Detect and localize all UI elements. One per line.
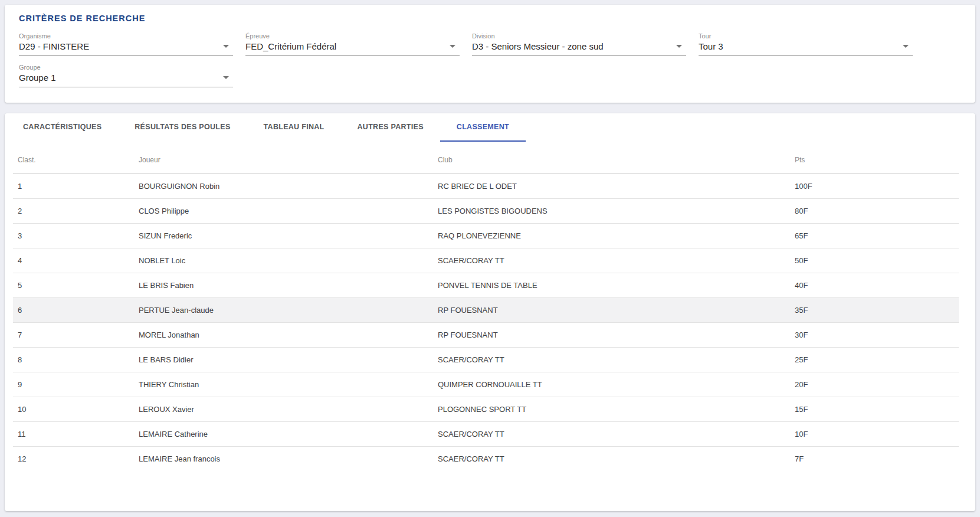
- header-pts: Pts: [795, 142, 959, 174]
- select-value: D29 - FINISTERE: [19, 41, 89, 51]
- results-card: CARACTÉRISTIQUES RÉSULTATS DES POULES TA…: [5, 113, 975, 511]
- chevron-down-icon: [223, 45, 229, 48]
- cell-pts: 25F: [795, 348, 959, 372]
- cell-club: QUIMPER CORNOUAILLE TT: [438, 372, 795, 397]
- tab[interactable]: CARACTÉRISTIQUES: [6, 113, 118, 142]
- table-row[interactable]: 10 LEROUX Xavier PLOGONNEC SPORT TT 15F: [13, 397, 959, 422]
- tab[interactable]: CLASSEMENT: [440, 113, 526, 142]
- cell-club: LES PONGISTES BIGOUDENS: [438, 199, 795, 224]
- tab-label: RÉSULTATS DES POULES: [135, 123, 230, 131]
- criteria-select[interactable]: Organisme D29 - FINISTERE: [19, 32, 233, 56]
- select-control: D3 - Seniors Messieur - zone sud: [472, 41, 686, 56]
- select-value: Groupe 1: [19, 73, 56, 83]
- cell-pts: 65F: [795, 224, 959, 248]
- cell-player: THIERY Christian: [139, 372, 438, 397]
- table-row[interactable]: 2 CLOS Philippe LES PONGISTES BIGOUDENS …: [13, 199, 959, 224]
- cell-club: SCAER/CORAY TT: [438, 422, 795, 447]
- cell-pts: 35F: [795, 298, 959, 323]
- cell-rank: 2: [13, 199, 139, 224]
- cell-pts: 15F: [795, 397, 959, 422]
- cell-rank: 6: [13, 298, 139, 323]
- select-control: D29 - FINISTERE: [19, 41, 233, 56]
- criteria-select[interactable]: Groupe Groupe 1: [19, 64, 233, 87]
- search-criteria-card: CRITÈRES DE RECHERCHE Organisme D29 - FI…: [5, 5, 975, 103]
- cell-player: PERTUE Jean-claude: [139, 298, 438, 323]
- tab-label: TABLEAU FINAL: [264, 123, 325, 131]
- table-row[interactable]: 11 LEMAIRE Catherine SCAER/CORAY TT 10F: [13, 422, 959, 447]
- cell-rank: 1: [13, 174, 139, 199]
- select-label: Groupe: [19, 64, 233, 71]
- cell-pts: 50F: [795, 248, 959, 273]
- cell-pts: 20F: [795, 372, 959, 397]
- select-label: Épreuve: [245, 32, 460, 40]
- select-control: FED_Critérium Fédéral: [245, 41, 460, 56]
- cell-pts: 80F: [795, 199, 959, 224]
- cell-rank: 12: [13, 447, 139, 472]
- cell-rank: 4: [13, 248, 139, 273]
- table-row[interactable]: 6 PERTUE Jean-claude RP FOUESNANT 35F: [13, 298, 959, 323]
- cell-rank: 5: [13, 273, 139, 298]
- cell-club: SCAER/CORAY TT: [438, 348, 795, 372]
- cell-player: NOBLET Loic: [139, 248, 438, 273]
- table-row[interactable]: 3 SIZUN Frederic RAQ PLONEVEZIENNE 65F: [13, 224, 959, 248]
- select-label: Organisme: [19, 32, 233, 40]
- table-header-row: Clast. Joueur Club Pts: [13, 142, 959, 174]
- header-joueur: Joueur: [139, 142, 438, 174]
- table-row[interactable]: 8 LE BARS Didier SCAER/CORAY TT 25F: [13, 348, 959, 372]
- tab[interactable]: TABLEAU FINAL: [247, 113, 341, 142]
- table-row[interactable]: 9 THIERY Christian QUIMPER CORNOUAILLE T…: [13, 372, 959, 397]
- chevron-down-icon: [676, 45, 682, 48]
- select-control: Groupe 1: [19, 73, 233, 87]
- chevron-down-icon: [450, 45, 455, 48]
- cell-player: LEROUX Xavier: [139, 397, 438, 422]
- search-fields: Organisme D29 - FINISTERE Épreuve FED_Cr…: [19, 32, 961, 87]
- cell-pts: 100F: [795, 174, 959, 199]
- table-row[interactable]: 12 LEMAIRE Jean francois SCAER/CORAY TT …: [13, 447, 959, 472]
- select-value: D3 - Seniors Messieur - zone sud: [472, 41, 604, 51]
- table-row[interactable]: 1 BOURGUIGNON Robin RC BRIEC DE L ODET 1…: [13, 174, 959, 199]
- cell-club: SCAER/CORAY TT: [438, 248, 795, 273]
- tab[interactable]: RÉSULTATS DES POULES: [118, 113, 247, 142]
- criteria-select[interactable]: Épreuve FED_Critérium Fédéral: [245, 32, 460, 56]
- criteria-select[interactable]: Tour Tour 3: [699, 32, 913, 56]
- criteria-select[interactable]: Division D3 - Seniors Messieur - zone su…: [472, 32, 686, 56]
- table-row[interactable]: 5 LE BRIS Fabien PONVEL TENNIS DE TABLE …: [13, 273, 959, 298]
- cell-club: SCAER/CORAY TT: [438, 447, 795, 472]
- header-club: Club: [438, 142, 795, 174]
- tab-label: AUTRES PARTIES: [358, 123, 424, 131]
- cell-club: RC BRIEC DE L ODET: [438, 174, 795, 199]
- tab-label: CARACTÉRISTIQUES: [23, 123, 101, 131]
- cell-rank: 11: [13, 422, 139, 447]
- select-control: Tour 3: [699, 41, 913, 56]
- cell-club: RAQ PLONEVEZIENNE: [438, 224, 795, 248]
- cell-player: LEMAIRE Jean francois: [139, 447, 438, 472]
- cell-rank: 7: [13, 323, 139, 348]
- cell-player: LE BARS Didier: [139, 348, 438, 372]
- table-row[interactable]: 4 NOBLET Loic SCAER/CORAY TT 50F: [13, 248, 959, 273]
- cell-player: MOREL Jonathan: [139, 323, 438, 348]
- tab-bar: CARACTÉRISTIQUES RÉSULTATS DES POULES TA…: [5, 113, 975, 142]
- cell-player: LE BRIS Fabien: [139, 273, 438, 298]
- cell-club: RP FOUESNANT: [438, 298, 795, 323]
- select-label: Tour: [699, 32, 913, 40]
- chevron-down-icon: [903, 45, 909, 48]
- chevron-down-icon: [223, 76, 229, 79]
- cell-club: PLOGONNEC SPORT TT: [438, 397, 795, 422]
- tab-label: CLASSEMENT: [457, 123, 509, 131]
- cell-pts: 10F: [795, 422, 959, 447]
- classement-table: Clast. Joueur Club Pts 1 BOURGUIGNON Rob…: [13, 142, 959, 471]
- cell-player: CLOS Philippe: [139, 199, 438, 224]
- cell-rank: 10: [13, 397, 139, 422]
- cell-rank: 3: [13, 224, 139, 248]
- table-row[interactable]: 7 MOREL Jonathan RP FOUESNANT 30F: [13, 323, 959, 348]
- cell-club: RP FOUESNANT: [438, 323, 795, 348]
- cell-club: PONVEL TENNIS DE TABLE: [438, 273, 795, 298]
- tab[interactable]: AUTRES PARTIES: [341, 113, 440, 142]
- cell-player: SIZUN Frederic: [139, 224, 438, 248]
- cell-pts: 40F: [795, 273, 959, 298]
- cell-player: BOURGUIGNON Robin: [139, 174, 438, 199]
- select-label: Division: [472, 32, 686, 40]
- page: CRITÈRES DE RECHERCHE Organisme D29 - FI…: [0, 0, 980, 511]
- cell-rank: 8: [13, 348, 139, 372]
- cell-player: LEMAIRE Catherine: [139, 422, 438, 447]
